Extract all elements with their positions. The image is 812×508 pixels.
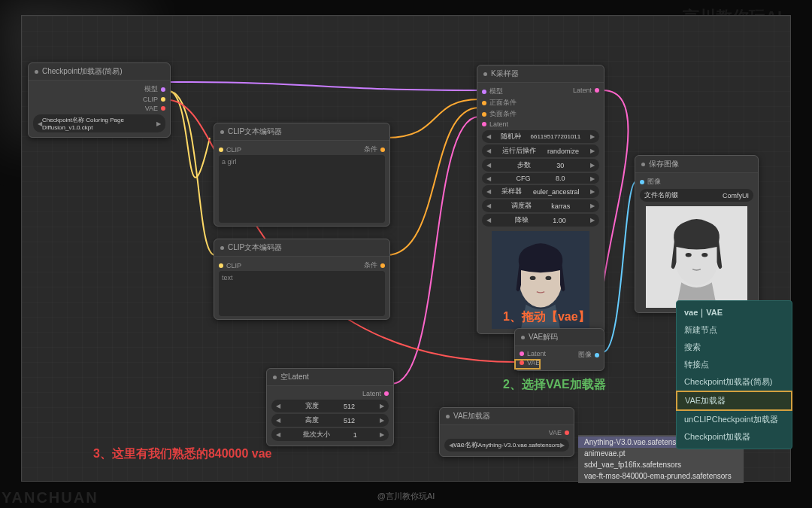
port-neg-in[interactable] [482, 112, 486, 117]
port-pos-in[interactable] [482, 101, 486, 105]
node-clip-encode-positive[interactable]: CLIP文本编码器 CLIP 条件 a girl [214, 123, 390, 227]
dropdown-item[interactable]: animevae.pt [578, 448, 744, 459]
port-clip-out[interactable] [161, 97, 165, 102]
node-title: CLIP文本编码器 [228, 242, 282, 253]
annotation-2: 2、选择VAE加载器 [503, 377, 606, 393]
port-latent-in[interactable] [520, 351, 524, 356]
node-title: 空Latent [280, 372, 309, 382]
context-item[interactable]: unCLIPCheckpoint加载器 [677, 411, 792, 428]
node-vae-loader[interactable]: VAE加载器 VAE ◀vae名称Anything-V3.0.vae.safet… [439, 407, 574, 457]
port-clip-in[interactable] [219, 148, 223, 152]
checkpoint-selector[interactable]: ◀Checkpoint名称 Coloring Page Diffusion_v1… [33, 114, 165, 132]
svg-point-7 [701, 253, 707, 257]
node-empty-latent[interactable]: 空Latent Latent ◀宽度512▶ ◀高度512▶ ◀批次大小1▶ [266, 368, 394, 446]
node-title: 保存图像 [649, 159, 679, 169]
dropdown-item[interactable]: sdxl_vae_fp16fix.safetensors [578, 459, 744, 470]
node-title: VAE解码 [529, 332, 558, 342]
steps-widget[interactable]: ◀步数30▶ [482, 159, 599, 172]
cfg-widget[interactable]: ◀CFG8.0▶ [482, 173, 599, 184]
annotation-1: 1、拖动【vae】 [503, 309, 590, 325]
save-preview [640, 206, 753, 308]
port-latent-in[interactable] [482, 122, 486, 126]
prompt-text[interactable]: a girl [219, 155, 385, 223]
context-item[interactable]: 转接点 [677, 356, 792, 373]
annotation-3: 3、这里有我们熟悉的840000 vae [93, 446, 271, 462]
svg-point-6 [686, 253, 692, 257]
node-title: CLIP文本编码器 [228, 126, 282, 137]
context-item[interactable]: Checkpoint加载器(简易) [677, 373, 792, 391]
port-model-out[interactable] [161, 87, 165, 92]
context-header: vae｜VAE [677, 304, 792, 321]
node-save-image[interactable]: 保存图像 图像 文件名前缀ComfyUI [635, 155, 759, 313]
port-model-in[interactable] [482, 90, 486, 94]
seed-widget[interactable]: ◀随机种661195177201011▶ [482, 130, 599, 143]
after-widget[interactable]: ◀运行后操作randomize▶ [482, 144, 599, 157]
port-image-in[interactable] [640, 180, 644, 184]
graph-canvas[interactable]: Checkpoint加载器(简易) 模型 CLIP VAE ◀Checkpoin… [21, 15, 791, 482]
node-title: VAE加载器 [453, 411, 490, 421]
dropdown-item[interactable]: vae-ft-mse-840000-ema-pruned.safetensors [578, 470, 744, 482]
prefix-widget[interactable]: 文件名前缀ComfyUI [640, 189, 753, 202]
port-latent-out[interactable] [595, 88, 599, 93]
svg-point-3 [546, 276, 552, 280]
context-item[interactable]: 搜索 [677, 339, 792, 356]
batch-widget[interactable]: ◀批次大小1▶ [271, 428, 389, 441]
vae-port-highlight [514, 359, 541, 370]
context-item[interactable]: 新建节点 [677, 321, 792, 339]
port-cond-out[interactable] [380, 263, 385, 268]
footer-text: @言川教你玩AI [0, 491, 812, 502]
vae-name-selector[interactable]: ◀vae名称Anything-V3.0.vae.safetensors▶ [444, 439, 569, 452]
width-widget[interactable]: ◀宽度512▶ [271, 400, 389, 412]
height-widget[interactable]: ◀高度512▶ [271, 414, 389, 427]
node-ksampler[interactable]: K采样器 模型 正面条件 负面条件 Latent Latent ◀随机种6611… [477, 65, 604, 334]
prompt-text[interactable]: text [219, 271, 385, 316]
port-vae-out[interactable] [565, 430, 569, 435]
node-checkpoint-loader[interactable]: Checkpoint加载器(简易) 模型 CLIP VAE ◀Checkpoin… [28, 62, 171, 138]
denoise-widget[interactable]: ◀降噪1.00▶ [482, 214, 599, 227]
context-item-selected[interactable]: VAE加载器 [676, 391, 792, 411]
svg-point-2 [530, 276, 536, 280]
port-latent-out[interactable] [384, 391, 389, 396]
port-image-out[interactable] [595, 353, 599, 357]
port-clip-in[interactable] [219, 263, 223, 268]
node-title: K采样器 [491, 68, 519, 79]
port-vae-out[interactable] [161, 106, 165, 111]
node-title: Checkpoint加载器(简易) [42, 66, 123, 77]
context-item[interactable]: Checkpoint加载器 [677, 428, 792, 446]
context-menu[interactable]: vae｜VAE 新建节点 搜索 转接点 Checkpoint加载器(简易) VA… [676, 300, 792, 449]
sampler-widget[interactable]: ◀采样器euler_ancestral▶ [482, 185, 599, 198]
port-cond-out[interactable] [380, 148, 385, 152]
node-clip-encode-negative[interactable]: CLIP文本编码器 CLIP 条件 text [214, 239, 390, 320]
scheduler-widget[interactable]: ◀调度器karras▶ [482, 199, 599, 212]
